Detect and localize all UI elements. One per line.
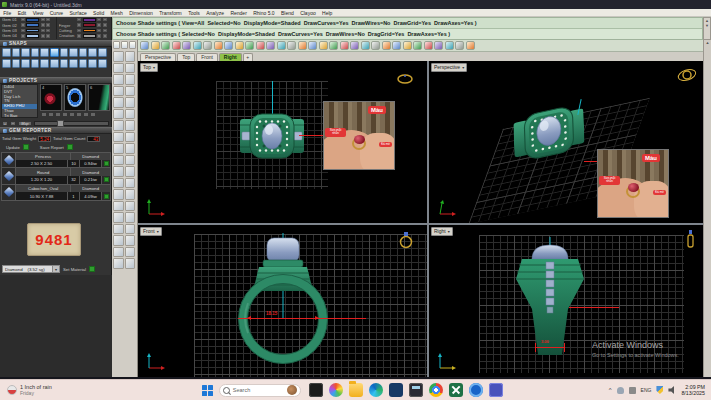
menu-edit[interactable]: Edit [14, 10, 29, 16]
snaps-header[interactable]: SNAPS [0, 40, 112, 47]
toolbar-icon[interactable] [214, 41, 223, 50]
tool-icon[interactable] [125, 201, 136, 212]
color-swatch[interactable] [26, 29, 39, 33]
tab-front[interactable]: Front [196, 53, 218, 62]
viewport-label-top[interactable]: Top▾ [140, 63, 158, 72]
tool-icon[interactable] [125, 189, 136, 200]
thumb-open-button[interactable] [69, 112, 75, 117]
ring-top-view[interactable] [240, 112, 304, 160]
project-remove-button[interactable]: − [10, 121, 16, 126]
tool-icon[interactable] [125, 86, 136, 97]
snap-button[interactable] [21, 48, 30, 57]
excel-icon[interactable] [449, 383, 463, 397]
snap-button[interactable] [21, 59, 30, 68]
palette-button[interactable] [103, 23, 107, 27]
tool-icon[interactable] [113, 74, 124, 85]
new-file-icon[interactable] [113, 41, 120, 49]
menu-file[interactable]: File [0, 10, 14, 16]
toolbar-icon[interactable] [140, 41, 149, 50]
snap-button[interactable] [98, 59, 107, 68]
tool-icon[interactable] [113, 51, 124, 62]
reference-photo[interactable]: Màu Size mặt nhẫn Đá mè [597, 149, 669, 218]
snap-button[interactable] [50, 48, 59, 57]
row-check-icon[interactable] [104, 177, 109, 182]
toolbar-icon[interactable] [266, 41, 275, 50]
palette-button[interactable] [41, 18, 45, 22]
menu-blend[interactable]: Blend [278, 10, 297, 16]
gem-table-row[interactable]: Cabochon_OvalDiamond 10.90 X 7.8814.09tw [1, 185, 111, 201]
palette-button[interactable] [21, 29, 25, 33]
toolbar-icon[interactable] [151, 41, 160, 50]
palette-button[interactable] [97, 29, 101, 33]
snap-button[interactable] [98, 48, 107, 57]
toolbar-icon[interactable] [382, 41, 391, 50]
tray-app-icon[interactable] [629, 387, 636, 394]
menu-curve[interactable]: Curve [47, 10, 67, 16]
color-swatch[interactable] [26, 18, 39, 22]
tool-icon[interactable] [113, 155, 124, 166]
set-material-button[interactable]: Set Material [63, 267, 86, 272]
clock[interactable]: 2:09 PM 8/13/2025 [681, 384, 705, 396]
menu-help[interactable]: Help [319, 10, 336, 16]
toolbar-icon[interactable] [392, 41, 401, 50]
gem-table-row[interactable]: RoundDiamond 1.20 X 1.20320.21tw [1, 168, 111, 184]
calculator-icon[interactable] [409, 383, 423, 397]
save-report-button[interactable]: Save Report [40, 145, 64, 150]
projects-list[interactable]: D404 DVT Day Lich TN KH30 PHU Thao Tri B… [1, 84, 38, 118]
tool-icon[interactable] [113, 86, 124, 97]
toolbar-icon[interactable] [350, 41, 359, 50]
ring-orbit-icon[interactable] [677, 67, 697, 83]
tool-icon[interactable] [125, 212, 136, 223]
tray-chevron-icon[interactable]: ^ [609, 387, 612, 393]
update-check-icon[interactable] [23, 144, 29, 150]
tool-icon[interactable] [113, 258, 124, 269]
tool-icon[interactable] [125, 51, 136, 62]
tool-icon[interactable] [125, 247, 136, 258]
project-thumbnail[interactable]: 6 [88, 84, 110, 111]
toolbar-icon[interactable] [308, 41, 317, 50]
tool-icon[interactable] [125, 74, 136, 85]
weather-widget[interactable]: 1 Inch of rain Friday [7, 384, 52, 396]
copilot-icon[interactable] [329, 383, 343, 397]
viewport-right[interactable]: 3.00 Activate Windows Go to Settings to … [429, 225, 703, 377]
snap-button[interactable] [60, 59, 69, 68]
palette-button[interactable] [97, 23, 101, 27]
toolbar-icon[interactable] [287, 41, 296, 50]
save-check-icon[interactable] [67, 144, 73, 150]
menu-render[interactable]: Render [227, 10, 250, 16]
toolbar-icon[interactable] [371, 41, 380, 50]
toolbar-icon[interactable] [319, 41, 328, 50]
row-check-icon[interactable] [104, 194, 109, 199]
palette-row[interactable]: Creation [57, 33, 113, 38]
snap-button[interactable] [31, 48, 40, 57]
material-select[interactable]: Diamond (3.52 sg) ▾ [2, 265, 60, 273]
file-explorer-icon[interactable] [349, 383, 363, 397]
menu-tools[interactable]: Tools [185, 10, 203, 16]
snap-button[interactable] [88, 48, 97, 57]
tool-icon[interactable] [125, 63, 136, 74]
update-button[interactable]: Update [6, 145, 20, 150]
toolbar-icon[interactable] [235, 41, 244, 50]
menu-clayoo[interactable]: Clayoo [297, 10, 319, 16]
color-swatch[interactable] [83, 34, 96, 38]
tool-icon[interactable] [125, 109, 136, 120]
palette-button[interactable] [41, 29, 45, 33]
snap-button[interactable] [2, 59, 11, 68]
palette-button[interactable] [77, 23, 81, 27]
tool-icon[interactable] [125, 155, 136, 166]
toolbar-icon[interactable] [424, 41, 433, 50]
snap-button[interactable] [69, 59, 78, 68]
tool-icon[interactable] [125, 224, 136, 235]
project-item[interactable]: Tri Bao [2, 114, 37, 118]
toolbar-icon[interactable] [329, 41, 338, 50]
tool-icon[interactable] [113, 235, 124, 246]
color-swatch[interactable] [83, 29, 96, 33]
thumb-add-button[interactable] [62, 112, 68, 117]
project-add-button[interactable]: + [2, 121, 8, 126]
snap-button[interactable] [40, 48, 49, 57]
color-swatch[interactable] [83, 23, 96, 27]
tool-icon[interactable] [125, 178, 136, 189]
tool-icon[interactable] [125, 235, 136, 246]
tool-icon[interactable] [113, 224, 124, 235]
menu-rhino[interactable]: Rhino 5.0 [250, 10, 278, 16]
